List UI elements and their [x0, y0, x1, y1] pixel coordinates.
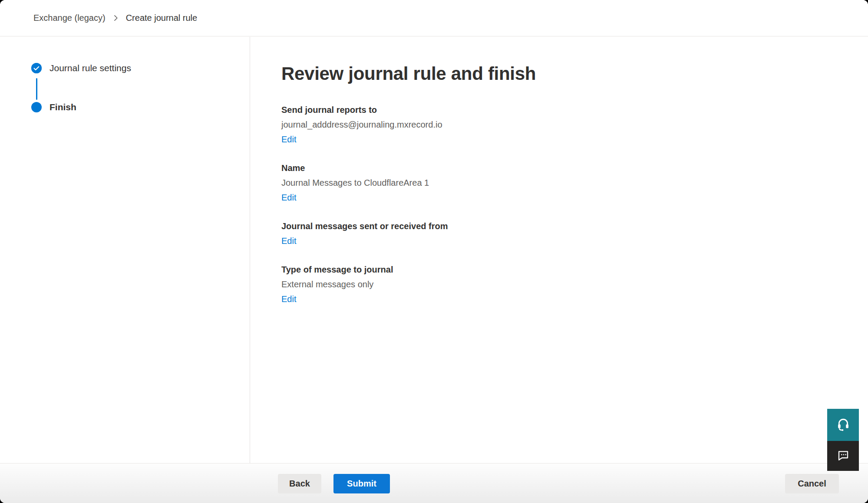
section-value: Journal Messages to CloudflareArea 1 [281, 175, 851, 190]
section-label: Send journal reports to [281, 102, 851, 117]
edit-journal-messages-link[interactable]: Edit [281, 233, 296, 248]
footer-action-bar: Back Submit Cancel [0, 463, 868, 503]
step-finish[interactable]: Finish [31, 102, 76, 112]
step-label: Finish [50, 102, 76, 112]
wizard-steps-panel: Journal rule settings Finish [0, 37, 250, 463]
section-label: Journal messages sent or received from [281, 219, 851, 233]
step-journal-rule-settings[interactable]: Journal rule settings [31, 63, 131, 73]
page-title: Review journal rule and finish [281, 63, 851, 84]
breadcrumb: Exchange (legacy) Create journal rule [33, 13, 197, 23]
back-button[interactable]: Back [278, 474, 321, 493]
step-connector-line [36, 78, 37, 100]
section-value: External messages only [281, 277, 851, 292]
review-section-name: Name Journal Messages to CloudflareArea … [281, 161, 851, 205]
breadcrumb-exchange-legacy[interactable]: Exchange (legacy) [33, 13, 106, 23]
edit-send-journal-reports-link[interactable]: Edit [281, 132, 296, 147]
section-value: journal_adddress@journaling.mxrecord.io [281, 117, 851, 132]
review-section-journal-messages-scope: Journal messages sent or received from E… [281, 219, 851, 248]
cancel-button[interactable]: Cancel [785, 474, 839, 493]
current-step-dot [31, 102, 42, 112]
section-label: Name [281, 161, 851, 175]
headset-icon [836, 417, 851, 433]
submit-button[interactable]: Submit [333, 474, 390, 493]
edit-message-type-link[interactable]: Edit [281, 292, 296, 306]
edit-name-link[interactable]: Edit [281, 190, 296, 205]
review-section-message-type: Type of message to journal External mess… [281, 262, 851, 306]
side-button-stack [827, 409, 859, 471]
chevron-right-icon [112, 15, 119, 21]
step-label: Journal rule settings [50, 63, 131, 73]
top-bar: Exchange (legacy) Create journal rule [0, 0, 868, 36]
review-pane: Review journal rule and finish Send jour… [251, 37, 868, 463]
content-area: Journal rule settings Finish Review jour… [0, 37, 868, 463]
review-section-send-journal-reports-to: Send journal reports to journal_adddress… [281, 102, 851, 147]
app-window: Exchange (legacy) Create journal rule Jo… [0, 0, 868, 503]
chat-icon [836, 448, 850, 464]
breadcrumb-create-journal-rule: Create journal rule [126, 13, 198, 23]
feedback-chat-button[interactable] [827, 441, 859, 471]
help-support-button[interactable] [827, 409, 859, 441]
section-label: Type of message to journal [281, 262, 851, 277]
check-icon [31, 63, 42, 73]
